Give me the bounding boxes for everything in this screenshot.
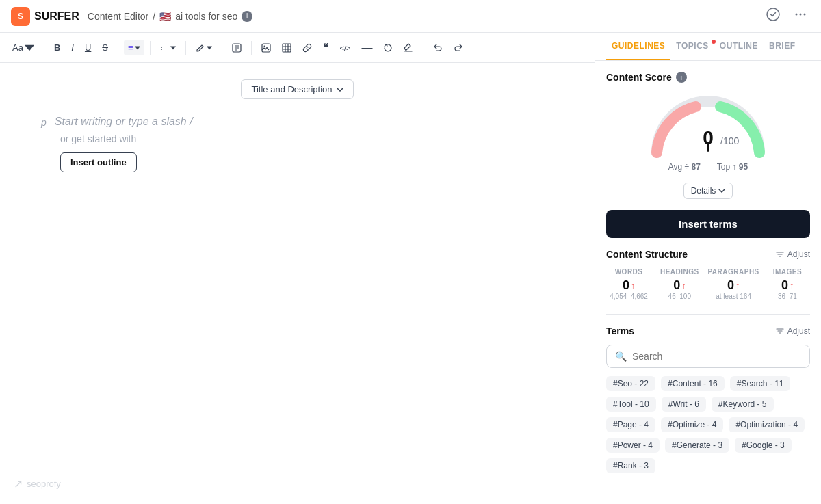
- undo-button[interactable]: [429, 40, 447, 55]
- structure-words: WORDS 0 ↑ 4,054–4,662: [606, 268, 651, 300]
- article-title[interactable]: ai tools for seo: [175, 11, 237, 22]
- term-tag[interactable]: #Optimization - 4: [729, 417, 805, 432]
- underline-button[interactable]: U: [81, 40, 95, 55]
- words-range: 4,054–4,662: [606, 293, 651, 300]
- tab-guidelines[interactable]: GUIDELINES: [606, 33, 670, 60]
- paragraphs-arrow: ↑: [735, 281, 740, 291]
- tab-topics[interactable]: TOPICS: [670, 33, 714, 60]
- content-adjust-button[interactable]: Adjust: [775, 250, 810, 259]
- title-desc-button[interactable]: Title and Description: [241, 79, 353, 99]
- images-value: 0 ↑: [765, 278, 810, 293]
- score-section: Content Score i 0 /100: [606, 72, 810, 199]
- tab-outline[interactable]: OUTLINE: [714, 33, 764, 60]
- gauge-svg: 0 /100: [647, 91, 770, 159]
- paragraphs-value: 0 ↑: [707, 278, 759, 293]
- term-tag[interactable]: #Search - 11: [730, 376, 791, 391]
- terms-adjust-button[interactable]: Adjust: [775, 326, 810, 336]
- content-structure-title: Content Structure: [606, 249, 688, 260]
- panel-content: Content Score i 0 /100: [595, 61, 821, 504]
- terms-section: Terms Adjust 🔍 #Seo - 22#Content - 16#Se…: [606, 326, 810, 473]
- headings-value: 0 ↑: [657, 278, 702, 293]
- score-title: Content Score i: [606, 72, 810, 83]
- images-arrow: ↑: [790, 281, 794, 291]
- check-button[interactable]: [764, 5, 783, 27]
- logo-text: SURFER: [34, 10, 79, 23]
- details-button[interactable]: Details: [683, 183, 733, 199]
- logo: S SURFER: [11, 7, 79, 26]
- structure-images: IMAGES 0 ↑ 36–71: [765, 268, 810, 300]
- term-tag[interactable]: #Content - 16: [661, 376, 725, 391]
- editor-content[interactable]: Title and Description p Start writing or…: [0, 63, 595, 504]
- italic-button[interactable]: I: [67, 40, 78, 55]
- panel-tabs: GUIDELINES TOPICS OUTLINE BRIEF: [595, 33, 821, 61]
- watermark-text: seoprofy: [27, 479, 61, 489]
- headings-label: HEADINGS: [657, 268, 702, 276]
- headings-range: 46–100: [657, 293, 702, 300]
- term-tag[interactable]: #Rank - 3: [606, 458, 655, 473]
- search-input[interactable]: [632, 351, 801, 362]
- term-tag[interactable]: #Keyword - 5: [712, 397, 774, 412]
- eraser-button[interactable]: [400, 40, 417, 55]
- content-structure-header: Content Structure Adjust: [606, 249, 810, 260]
- header: S SURFER Content Editor / 🇺🇸 ai tools fo…: [0, 0, 821, 33]
- pen-button[interactable]: [192, 40, 216, 55]
- words-value: 0 ↑: [606, 278, 651, 293]
- p-indicator: p: [41, 116, 47, 128]
- insert-terms-button[interactable]: Insert terms: [606, 210, 810, 238]
- term-tag[interactable]: #Writ - 6: [662, 397, 706, 412]
- get-started-text: or get started with: [60, 133, 553, 144]
- term-tag[interactable]: #Page - 4: [606, 417, 655, 432]
- title-desc-bar: Title and Description: [41, 79, 553, 99]
- code-button[interactable]: </>: [336, 41, 355, 55]
- toolbar-sep-2: [118, 41, 118, 55]
- term-tag[interactable]: #Power - 4: [606, 438, 660, 453]
- toolbar-sep-6: [251, 41, 252, 55]
- toolbar-sep-5: [222, 41, 222, 55]
- list-button[interactable]: ≔: [156, 40, 180, 55]
- insert-outline-button[interactable]: Insert outline: [60, 152, 137, 172]
- term-tag[interactable]: #Tool - 10: [606, 397, 656, 412]
- bold-button[interactable]: B: [50, 40, 64, 55]
- term-tag[interactable]: #Seo - 22: [606, 376, 655, 391]
- terms-title: Terms: [606, 326, 634, 336]
- more-button[interactable]: [791, 5, 810, 27]
- editor-placeholder-area[interactable]: p Start writing or type a slash / or get…: [41, 116, 553, 172]
- images-range: 36–71: [765, 293, 810, 300]
- paragraphs-label: PARAGRAPHS: [707, 268, 759, 276]
- table-button[interactable]: [278, 40, 296, 55]
- info-icon[interactable]: i: [242, 11, 252, 22]
- rotate-button[interactable]: [379, 40, 397, 55]
- align-button[interactable]: ≡: [124, 40, 144, 55]
- toolbar-sep-4: [185, 41, 186, 55]
- svg-rect-7: [283, 44, 291, 52]
- structure-headings: HEADINGS 0 ↑ 46–100: [657, 268, 702, 300]
- gauge-container: 0 /100 Avg ÷ 87 Top ↑ 95: [606, 91, 810, 172]
- svg-point-1: [796, 14, 798, 16]
- headings-arrow: ↑: [681, 281, 686, 291]
- placeholder-paragraph: p Start writing or type a slash /: [41, 116, 553, 128]
- placeholder-text: Start writing or type a slash /: [55, 116, 193, 128]
- breadcrumb-editor[interactable]: Content Editor: [88, 11, 149, 22]
- paragraphs-range: at least 164: [707, 293, 759, 300]
- strikethrough-button[interactable]: S: [98, 40, 112, 55]
- clip-button[interactable]: [228, 40, 246, 55]
- avg-label: Avg ÷ 87: [668, 162, 701, 172]
- dash-button[interactable]: —: [357, 39, 376, 57]
- redo-button[interactable]: [449, 40, 467, 55]
- image-button[interactable]: [257, 40, 275, 55]
- editor-area: Aa B I U S ≡ ≔: [0, 33, 595, 504]
- link-button[interactable]: [298, 40, 316, 55]
- font-size-button[interactable]: Aa: [8, 40, 38, 55]
- terms-search-box[interactable]: 🔍: [606, 345, 810, 368]
- term-tag[interactable]: #Google - 3: [735, 438, 792, 453]
- term-tag[interactable]: #Optimize - 4: [661, 417, 723, 432]
- svg-point-3: [804, 14, 806, 16]
- term-tag[interactable]: #Generate - 3: [665, 438, 729, 453]
- breadcrumb-sep: /: [153, 11, 155, 22]
- score-meta: Avg ÷ 87 Top ↑ 95: [668, 162, 748, 172]
- watermark: ↗ seoprofy: [14, 477, 61, 490]
- structure-paragraphs: PARAGRAPHS 0 ↑ at least 164: [707, 268, 759, 300]
- score-info-icon[interactable]: i: [676, 72, 687, 83]
- quote-button[interactable]: ❝: [319, 38, 333, 57]
- tab-brief[interactable]: BRIEF: [764, 33, 801, 60]
